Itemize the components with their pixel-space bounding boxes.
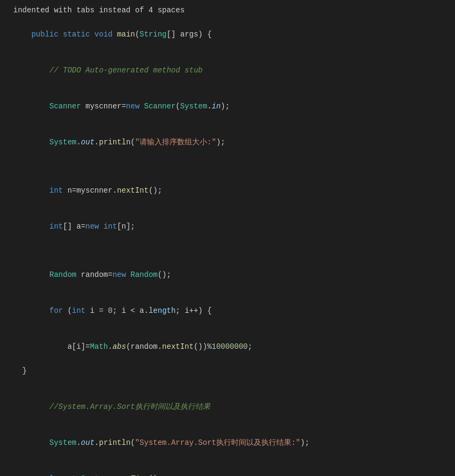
code-line: Scanner myscnner=new Scanner(System.in); bbox=[0, 89, 455, 125]
code-text bbox=[4, 377, 446, 389]
code-line bbox=[0, 160, 455, 172]
code-text: indented with tabs instead of 4 spaces bbox=[4, 4, 446, 16]
code-text: int[] a=new int[n]; bbox=[4, 209, 446, 245]
code-line: System.out.println("System.Array.Sort执行时… bbox=[0, 425, 455, 461]
code-text: Scanner myscnner=new Scanner(System.in); bbox=[4, 89, 446, 125]
code-text bbox=[4, 160, 446, 172]
code-line: a[i]=Math.abs(random.nextInt())%10000000… bbox=[0, 329, 455, 365]
code-line: } bbox=[0, 365, 455, 377]
code-line: int[] a=new int[n]; bbox=[0, 209, 455, 245]
code-text: System.out.println("System.Array.Sort执行时… bbox=[4, 425, 446, 461]
code-text: //System.Array.Sort执行时间以及执行结果 bbox=[4, 389, 446, 425]
code-text: public static void main(String[] args) { bbox=[4, 16, 446, 52]
code-text: System.out.println("请输入排序数组大小:"); bbox=[4, 125, 446, 160]
code-line: indented with tabs instead of 4 spaces bbox=[0, 4, 455, 16]
code-line: for (int i = 0; i < a.length; i++) { bbox=[0, 292, 455, 328]
code-line: Random random=new Random(); bbox=[0, 257, 455, 292]
code-line: //System.Array.Sort执行时间以及执行结果 bbox=[0, 389, 455, 425]
code-text: // TODO Auto-generated method stub bbox=[4, 53, 446, 89]
code-container: indented with tabs instead of 4 spaces p… bbox=[0, 0, 455, 476]
code-line: public static void main(String[] args) { bbox=[0, 16, 455, 52]
code-text: for (int i = 0; i < a.length; i++) { bbox=[4, 292, 446, 328]
code-line bbox=[0, 377, 455, 389]
code-line: System.out.println("请输入排序数组大小:"); bbox=[0, 125, 455, 160]
code-text: } bbox=[4, 365, 446, 377]
code-text: a[i]=Math.abs(random.nextInt())%10000000… bbox=[4, 329, 446, 365]
code-text: long t=System.nanoTime(); bbox=[4, 461, 446, 476]
code-text: Random random=new Random(); bbox=[4, 257, 446, 292]
code-line bbox=[0, 245, 455, 257]
code-line: // TODO Auto-generated method stub bbox=[0, 53, 455, 89]
code-line: long t=System.nanoTime(); bbox=[0, 461, 455, 476]
code-line: int n=myscnner.nextInt(); bbox=[0, 172, 455, 208]
code-text bbox=[4, 245, 446, 257]
code-text: int n=myscnner.nextInt(); bbox=[4, 172, 446, 208]
